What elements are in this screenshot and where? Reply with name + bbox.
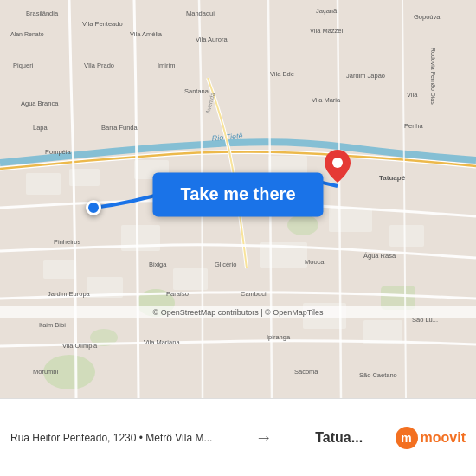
destination-marker — [325, 150, 351, 186]
svg-text:Vila Olímpia: Vila Olímpia — [62, 342, 98, 350]
moovit-logo: m moovit — [396, 427, 466, 449]
moovit-text: moovit — [421, 430, 466, 446]
svg-text:Cambuci: Cambuci — [241, 290, 267, 298]
svg-text:Vila Mazzei: Vila Mazzei — [310, 27, 344, 35]
svg-rect-12 — [389, 225, 424, 247]
svg-text:Jardim Europa: Jardim Europa — [48, 290, 91, 298]
take-me-there-button[interactable]: Take me there — [152, 172, 323, 216]
svg-text:Gopoúva: Gopoúva — [414, 13, 441, 21]
svg-text:Itaim Bibi: Itaim Bibi — [39, 321, 66, 329]
svg-text:Brasilândia: Brasilândia — [26, 10, 59, 17]
svg-text:Tatuapé: Tatuapé — [379, 174, 406, 182]
svg-text:Vila Aurora: Vila Aurora — [196, 35, 228, 43]
svg-text:Ipiranga: Ipiranga — [267, 333, 291, 341]
svg-text:Jardim Japão: Jardim Japão — [346, 72, 385, 80]
svg-text:Morumbi: Morumbi — [33, 368, 59, 376]
svg-text:Lapa: Lapa — [33, 124, 48, 132]
svg-text:Vila Mariana: Vila Mariana — [144, 338, 180, 346]
svg-text:Rodovia Fernão Dias: Rodovia Fernão Dias — [430, 48, 436, 105]
footer-origin: Rua Heitor Penteado, 1230 • Metrô Vila M… — [10, 432, 212, 444]
svg-text:Vila Penteado: Vila Penteado — [82, 20, 123, 28]
svg-text:Penha: Penha — [404, 122, 424, 130]
svg-text:Pinheiros: Pinheiros — [54, 238, 81, 246]
footer-route-info: Rua Heitor Penteado, 1230 • Metrô Vila M… — [10, 432, 212, 444]
svg-text:Barra Funda: Barra Funda — [101, 124, 138, 132]
svg-text:Sacomã: Sacomã — [294, 368, 318, 376]
footer-arrow: → — [255, 428, 273, 447]
svg-text:Piqueri: Piqueri — [13, 61, 34, 69]
svg-text:Bixiga: Bixiga — [149, 261, 167, 268]
footer-destination: Tatua... — [315, 430, 363, 446]
svg-text:Imirim: Imirim — [158, 61, 175, 69]
svg-text:Água Branca: Água Branca — [21, 100, 59, 107]
svg-rect-6 — [26, 173, 61, 195]
svg-text:Mandaqui: Mandaqui — [186, 10, 215, 17]
footer-logo: m moovit — [396, 427, 466, 449]
svg-text:Vila Maria: Vila Maria — [312, 96, 341, 104]
svg-text:Alan Renato: Alan Renato — [10, 31, 44, 37]
svg-text:Vila Ede: Vila Ede — [270, 70, 294, 78]
svg-rect-16 — [43, 260, 76, 279]
svg-text:VIla Prado: VIla Prado — [84, 61, 114, 69]
svg-text:Glicério: Glicério — [215, 261, 236, 268]
svg-text:Vila: Vila — [407, 91, 418, 99]
svg-text:Água Rasa: Água Rasa — [363, 252, 396, 260]
map-container: Rio Tietê Avenida Brasilândia Vila Pente… — [0, 0, 476, 398]
svg-text:Paraíso: Paraíso — [166, 290, 189, 298]
svg-text:Jaçanã: Jaçanã — [316, 7, 338, 15]
svg-point-62 — [332, 158, 343, 168]
svg-text:Santana: Santana — [184, 87, 209, 95]
moovit-icon: m — [396, 427, 418, 449]
svg-text:Vila Amélia: Vila Amélia — [130, 30, 163, 38]
footer-bar: Rua Heitor Penteado, 1230 • Metrô Vila M… — [0, 398, 476, 476]
origin-marker — [86, 200, 101, 215]
svg-text:Mooca: Mooca — [305, 258, 325, 266]
svg-text:São Caetano: São Caetano — [359, 371, 397, 379]
attribution: © OpenStreetMap contributors | © OpenMap… — [0, 306, 476, 318]
svg-rect-11 — [329, 208, 372, 232]
svg-text:Pompéia: Pompéia — [45, 148, 71, 156]
svg-point-2 — [287, 215, 318, 235]
